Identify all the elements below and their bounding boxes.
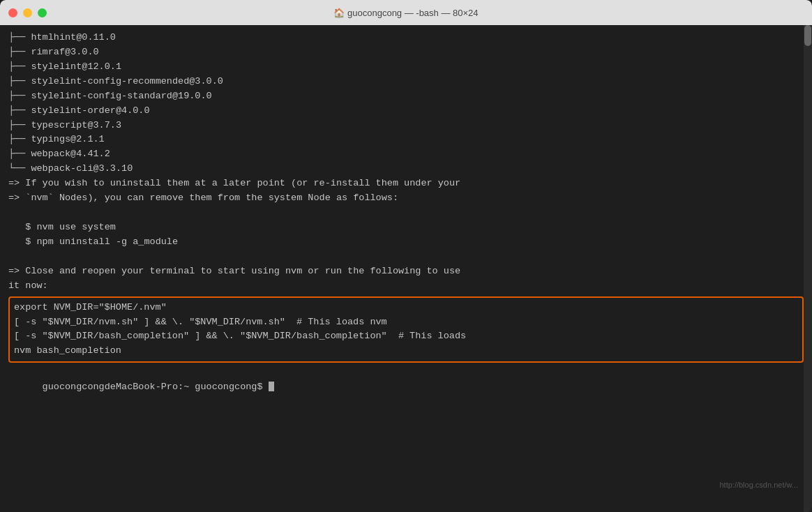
- minimize-button[interactable]: [23, 8, 32, 17]
- prompt-text: guocongcongdeMacBook-Pro:~ guocongcong$: [43, 382, 269, 392]
- terminal-line: ├── typings@2.1.1: [8, 133, 804, 147]
- terminal-line: [8, 206, 804, 220]
- titlebar: 🏠 guocongcong — -bash — 80×24: [0, 0, 812, 25]
- cursor: [269, 382, 274, 391]
- terminal-line: └── webpack-cli@3.3.10: [8, 162, 804, 176]
- terminal-line: ├── rimraf@3.0.0: [8, 45, 804, 60]
- window-title: 🏠 guocongcong — -bash — 80×24: [333, 8, 478, 18]
- terminal-line: ├── stylelint-order@4.0.0: [8, 104, 804, 119]
- close-button[interactable]: [8, 8, 17, 17]
- terminal-line: => If you wish to uninstall them at a la…: [8, 176, 804, 191]
- terminal-line: [8, 250, 804, 264]
- terminal-line: nvm bash_completion: [14, 344, 798, 359]
- terminal-window: 🏠 guocongcong — -bash — 80×24 ├── htmlhi…: [0, 0, 812, 512]
- scrollbar-thumb[interactable]: [804, 25, 811, 46]
- terminal-content[interactable]: ├── htmlhint@0.11.0 ├── rimraf@3.0.0 ├──…: [0, 25, 812, 512]
- terminal-line: [ -s "$NVM_DIR/nvm.sh" ] && \. "$NVM_DIR…: [14, 315, 798, 330]
- terminal-line: ├── htmlhint@0.11.0: [8, 31, 804, 45]
- terminal-line: ├── stylelint@12.0.1: [8, 60, 804, 75]
- terminal-line: => `nvm` Nodes), you can remove them fro…: [8, 191, 804, 206]
- terminal-line: ├── typescript@3.7.3: [8, 119, 804, 133]
- title-text: 🏠 guocongcong — -bash — 80×24: [333, 8, 478, 18]
- scrollbar[interactable]: [804, 25, 812, 512]
- terminal-line: ├── stylelint-config-recommended@3.0.0: [8, 75, 804, 89]
- highlighted-code-block: export NVM_DIR="$HOME/.nvm" [ -s "$NVM_D…: [8, 296, 804, 363]
- window-controls: [8, 8, 47, 17]
- watermark: http://blog.csdn.net/w...: [719, 479, 798, 491]
- terminal-line: => Close and reopen your terminal to sta…: [8, 264, 804, 279]
- terminal-line: $ nvm use system: [8, 220, 804, 235]
- maximize-button[interactable]: [38, 8, 47, 17]
- watermark-text: http://blog.csdn.net/w...: [719, 481, 798, 489]
- terminal-prompt[interactable]: guocongcongdeMacBook-Pro:~ guocongcong$: [8, 366, 804, 409]
- terminal-line: export NVM_DIR="$HOME/.nvm": [14, 301, 798, 315]
- terminal-line: ├── stylelint-config-standard@19.0.0: [8, 89, 804, 104]
- terminal-line: $ npm uninstall -g a_module: [8, 235, 804, 250]
- terminal-line: it now:: [8, 279, 804, 294]
- terminal-line: [ -s "$NVM_DIR/bash_completion" ] && \. …: [14, 329, 798, 344]
- terminal-line: ├── webpack@4.41.2: [8, 147, 804, 162]
